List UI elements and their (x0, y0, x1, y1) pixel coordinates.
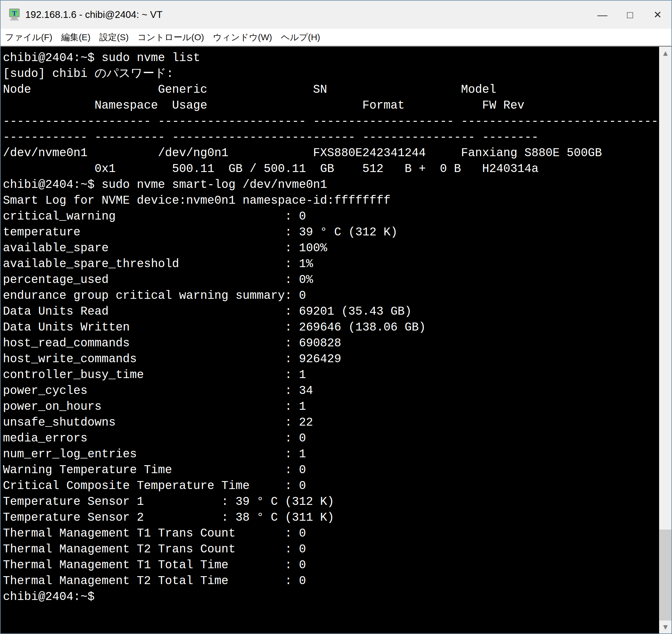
menu-bar: ファイル(F)編集(E)設定(S)コントロール(O)ウィンドウ(W)ヘルプ(H) (1, 29, 671, 46)
teraterm-icon-screen: T (9, 8, 20, 17)
teraterm-icon-base (10, 19, 19, 21)
menu-item-1[interactable]: 編集(E) (57, 29, 95, 46)
close-button[interactable]: ✕ (644, 1, 671, 29)
terminal-output[interactable]: chibi@2404:~$ sudo nvme list [sudo] chib… (1, 47, 659, 633)
menu-item-3[interactable]: コントロール(O) (133, 29, 209, 46)
menu-item-4[interactable]: ウィンドウ(W) (209, 29, 277, 46)
menu-item-0[interactable]: ファイル(F) (1, 29, 57, 46)
teraterm-app-icon: T (8, 8, 21, 21)
window-controls: — □ ✕ (589, 1, 671, 29)
terminal-client-area: chibi@2404:~$ sudo nvme list [sudo] chib… (1, 46, 671, 633)
window-title: 192.168.1.6 - chibi@2404: ~ VT (25, 9, 162, 20)
scrollbar-thumb[interactable] (659, 530, 671, 620)
teraterm-window: T 192.168.1.6 - chibi@2404: ~ VT — □ ✕ フ… (0, 0, 672, 634)
menu-item-5[interactable]: ヘルプ(H) (277, 29, 325, 46)
scroll-up-arrow-icon[interactable]: ▲ (659, 47, 671, 59)
maximize-button[interactable]: □ (616, 1, 644, 29)
minimize-button[interactable]: — (589, 1, 616, 29)
scroll-down-arrow-icon[interactable]: ▼ (659, 620, 671, 633)
title-bar[interactable]: T 192.168.1.6 - chibi@2404: ~ VT — □ ✕ (1, 1, 671, 29)
vertical-scrollbar[interactable]: ▲ ▼ (659, 47, 671, 633)
menu-item-2[interactable]: 設定(S) (95, 29, 133, 46)
